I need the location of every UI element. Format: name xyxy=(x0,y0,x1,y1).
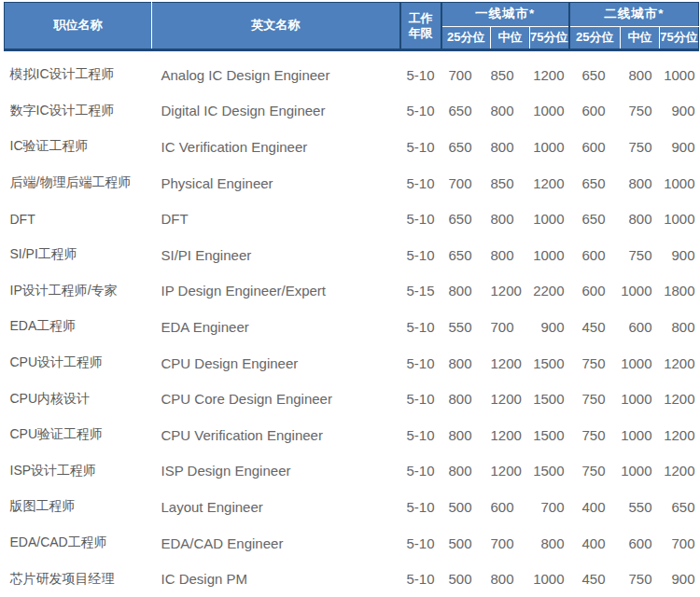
cell-tier1-p75: 900 xyxy=(530,309,569,345)
cell-tier2-p25: 600 xyxy=(569,93,621,130)
header-tier2-cities-group: 二线城市* xyxy=(569,3,699,27)
cell-tier1-p75: 1500 xyxy=(530,345,569,382)
cell-tier1-p25: 650 xyxy=(441,129,491,165)
header-tier2-p75: 75分位 xyxy=(660,27,699,50)
cell-position-en: Physical Engineer xyxy=(152,165,400,201)
cell-tier2-median: 750 xyxy=(621,93,660,130)
header-english-name: 英文名称 xyxy=(152,3,400,50)
cell-work-years: 5-10 xyxy=(400,165,441,201)
cell-tier2-median: 1000 xyxy=(621,417,660,453)
cell-position-en: ISP Design Engineer xyxy=(152,453,400,490)
table-row: CPU内核设计 CPU Core Design Engineer 5-10 80… xyxy=(5,381,699,417)
cell-tier2-p75: 1200 xyxy=(660,381,699,417)
cell-tier1-p25: 650 xyxy=(441,237,491,273)
cell-position-cn: 版图工程师 xyxy=(5,489,152,525)
cell-position-en: DFT xyxy=(152,201,400,237)
cell-tier2-p75: 900 xyxy=(660,237,699,273)
table-row: 芯片研发项目经理 IC Design PM 5-10 500 800 1000 … xyxy=(5,561,699,597)
cell-work-years: 5-10 xyxy=(400,237,441,273)
cell-tier2-p25: 750 xyxy=(569,417,621,453)
cell-work-years: 5-10 xyxy=(400,309,441,345)
cell-tier2-p25: 600 xyxy=(569,273,621,310)
cell-work-years: 5-10 xyxy=(400,525,441,562)
cell-work-years: 5-10 xyxy=(400,50,441,93)
header-work-years-line2: 年限 xyxy=(401,26,441,41)
header-work-years-line1: 工作 xyxy=(401,11,441,26)
cell-tier1-p25: 500 xyxy=(441,489,491,525)
header-tier1-p75: 75分位 xyxy=(530,27,569,50)
cell-tier1-p75: 800 xyxy=(530,525,569,562)
cell-tier2-p75: 1800 xyxy=(660,273,699,310)
cell-work-years: 5-10 xyxy=(400,453,441,490)
cell-tier2-median: 800 xyxy=(621,50,660,93)
cell-tier1-p25: 800 xyxy=(441,453,491,490)
table-row: 后端/物理后端工程师 Physical Engineer 5-10 700 85… xyxy=(5,165,699,201)
cell-tier1-p75: 1000 xyxy=(530,93,569,130)
cell-work-years: 5-10 xyxy=(400,561,441,597)
cell-tier2-median: 1000 xyxy=(621,273,660,310)
cell-tier1-p25: 800 xyxy=(441,273,491,310)
cell-tier2-median: 600 xyxy=(621,309,660,345)
cell-tier2-p75: 1000 xyxy=(660,50,699,93)
cell-tier2-p75: 1200 xyxy=(660,453,699,490)
cell-position-en: IC Verification Engineer xyxy=(152,129,400,165)
table-row: CPU验证工程师 CPU Verification Engineer 5-10 … xyxy=(5,417,699,453)
cell-position-cn: IP设计工程师/专家 xyxy=(5,273,152,310)
cell-tier2-p75: 1200 xyxy=(660,345,699,382)
cell-position-cn: EDA工程师 xyxy=(5,309,152,345)
cell-work-years: 5-10 xyxy=(400,489,441,525)
ic-salary-table: 职位名称 英文名称 工作 年限 一线城市* 二线城市* 25分位 中位 75分位… xyxy=(4,2,699,597)
cell-tier2-p75: 700 xyxy=(660,525,699,562)
table-body: 模拟IC设计工程师 Analog IC Design Engineer 5-10… xyxy=(5,50,699,597)
table-row: ISP设计工程师 ISP Design Engineer 5-10 800 12… xyxy=(5,453,699,490)
cell-tier2-p25: 400 xyxy=(569,525,621,562)
cell-work-years: 5-10 xyxy=(400,93,441,130)
cell-tier1-median: 1200 xyxy=(491,273,530,310)
cell-position-cn: 数字IC设计工程师 xyxy=(5,93,152,130)
cell-tier1-p25: 700 xyxy=(441,50,491,93)
cell-tier2-median: 600 xyxy=(621,525,660,562)
cell-tier1-p75: 1000 xyxy=(530,561,569,597)
table-row: CPU设计工程师 CPU Design Engineer 5-10 800 12… xyxy=(5,345,699,382)
cell-tier2-p25: 650 xyxy=(569,50,621,93)
cell-tier1-p75: 1000 xyxy=(530,129,569,165)
cell-position-cn: CPU验证工程师 xyxy=(5,417,152,453)
cell-tier1-p75: 1200 xyxy=(530,165,569,201)
cell-work-years: 5-10 xyxy=(400,201,441,237)
cell-position-en: EDA/CAD Engineer xyxy=(152,525,400,562)
table-row: IP设计工程师/专家 IP Design Engineer/Expert 5-1… xyxy=(5,273,699,310)
cell-tier1-p25: 500 xyxy=(441,561,491,597)
cell-tier2-p25: 750 xyxy=(569,381,621,417)
table-header: 职位名称 英文名称 工作 年限 一线城市* 二线城市* 25分位 中位 75分位… xyxy=(5,3,699,50)
header-work-years: 工作 年限 xyxy=(400,3,441,50)
cell-tier1-p75: 1200 xyxy=(530,50,569,93)
salary-table-page: 职位名称 英文名称 工作 年限 一线城市* 二线城市* 25分位 中位 75分位… xyxy=(0,0,700,597)
cell-tier2-p25: 650 xyxy=(569,201,621,237)
cell-tier2-p75: 900 xyxy=(660,93,699,130)
table-row: EDA工程师 EDA Engineer 5-10 550 700 900 450… xyxy=(5,309,699,345)
cell-position-en: Layout Engineer xyxy=(152,489,400,525)
cell-position-en: CPU Core Design Engineer xyxy=(152,381,400,417)
table-row: EDA/CAD工程师 EDA/CAD Engineer 5-10 500 700… xyxy=(5,525,699,562)
cell-tier1-p25: 650 xyxy=(441,201,491,237)
cell-tier2-p25: 750 xyxy=(569,453,621,490)
cell-tier2-median: 750 xyxy=(621,237,660,273)
cell-position-en: IP Design Engineer/Expert xyxy=(152,273,400,310)
cell-tier1-median: 700 xyxy=(491,309,530,345)
table-row: IC验证工程师 IC Verification Engineer 5-10 65… xyxy=(5,129,699,165)
header-tier1-p25: 25分位 xyxy=(441,27,491,50)
cell-tier1-p25: 800 xyxy=(441,345,491,382)
cell-work-years: 5-15 xyxy=(400,273,441,310)
cell-tier2-p75: 800 xyxy=(660,309,699,345)
cell-tier1-p25: 500 xyxy=(441,525,491,562)
cell-tier1-p75: 1500 xyxy=(530,381,569,417)
cell-position-en: CPU Design Engineer xyxy=(152,345,400,382)
cell-tier2-p75: 1200 xyxy=(660,417,699,453)
cell-tier1-p25: 800 xyxy=(441,417,491,453)
cell-tier1-p75: 2200 xyxy=(530,273,569,310)
cell-tier1-median: 1200 xyxy=(491,381,530,417)
cell-tier2-median: 1000 xyxy=(621,381,660,417)
cell-tier2-p75: 650 xyxy=(660,489,699,525)
cell-tier2-p25: 450 xyxy=(569,309,621,345)
table-row: 版图工程师 Layout Engineer 5-10 500 600 700 4… xyxy=(5,489,699,525)
